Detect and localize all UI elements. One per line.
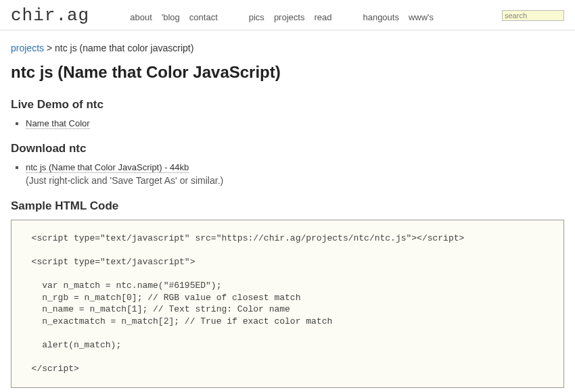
demo-heading: Live Demo of ntc <box>11 98 564 112</box>
download-list: ntc js (Name that Color JavaScript) - 44… <box>26 162 564 186</box>
sample-heading: Sample HTML Code <box>11 199 564 213</box>
nav-hangouts[interactable]: hangouts <box>363 12 399 22</box>
breadcrumb-root-link[interactable]: projects <box>11 43 44 53</box>
download-heading: Download ntc <box>11 142 564 155</box>
page-title: ntc js (Name that Color JavaScript) <box>11 63 564 82</box>
code-block: <script type="text/javascript" src="http… <box>11 220 564 388</box>
nav-about[interactable]: about <box>130 12 152 22</box>
demo-link[interactable]: Name that Color <box>26 118 90 129</box>
breadcrumb-sep: > <box>44 43 55 53</box>
nav-contact[interactable]: contact <box>189 12 218 22</box>
nav-projects[interactable]: projects <box>274 12 305 22</box>
topbar: chir.ag about 'blog contact pics project… <box>0 0 575 30</box>
nav-read[interactable]: read <box>314 12 331 22</box>
main-nav: about 'blog contact pics projects read h… <box>130 9 502 22</box>
download-link[interactable]: ntc js (Name that Color JavaScript) - 44… <box>26 162 189 173</box>
list-item: ntc js (Name that Color JavaScript) - 44… <box>26 162 564 186</box>
nav-wwws[interactable]: www's <box>409 12 434 22</box>
site-logo[interactable]: chir.ag <box>11 5 89 26</box>
breadcrumb: projects > ntc js (name that color javas… <box>11 43 564 53</box>
nav-blog[interactable]: 'blog <box>162 12 180 22</box>
demo-list: Name that Color <box>26 118 564 128</box>
nav-pics[interactable]: pics <box>249 12 264 22</box>
search-input[interactable] <box>502 10 564 21</box>
download-note: (Just right-click and 'Save Target As' o… <box>26 175 564 186</box>
list-item: Name that Color <box>26 118 564 128</box>
breadcrumb-current: ntc js (name that color javascript) <box>55 43 193 53</box>
page-content: projects > ntc js (name that color javas… <box>0 30 575 392</box>
